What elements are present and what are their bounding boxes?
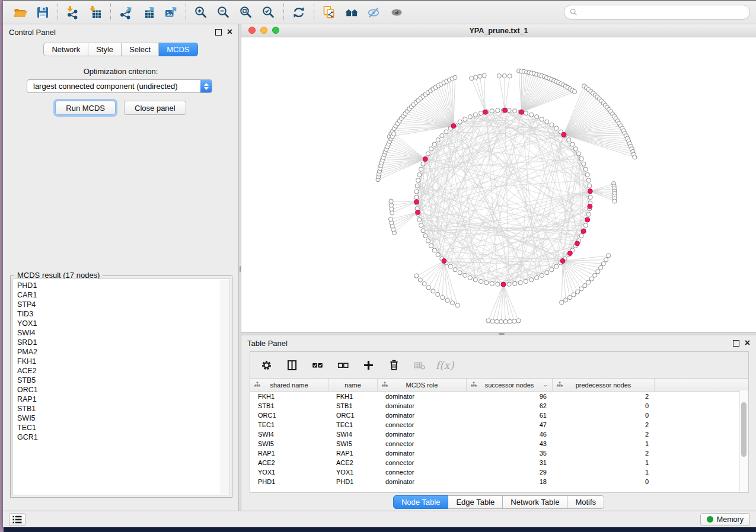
search-box[interactable] (564, 5, 750, 20)
list-item[interactable]: STB1 (17, 404, 229, 414)
table-scrollbar[interactable] (739, 390, 748, 492)
tab-network[interactable]: Network (43, 43, 88, 56)
close-window-icon[interactable] (248, 27, 256, 34)
share-document-button[interactable] (318, 3, 340, 22)
list-item[interactable]: RAP1 (17, 395, 229, 404)
list-item[interactable]: SRD1 (17, 338, 229, 347)
export-table-button[interactable] (137, 3, 160, 22)
import-network-button[interactable] (62, 3, 84, 22)
export-network-button[interactable] (114, 3, 137, 22)
table-cell[interactable]: RAP1 (328, 450, 378, 457)
table-row[interactable]: RAP1RAP1dominator352 (250, 448, 748, 458)
table-row[interactable]: TEC1TEC1connector472 (250, 420, 748, 430)
network-canvas[interactable] (241, 37, 756, 332)
table-cell[interactable]: ORC1 (328, 412, 378, 419)
import-table-button[interactable] (84, 3, 107, 22)
maximize-window-icon[interactable] (272, 27, 279, 34)
criterion-select[interactable]: largest connected component (undirected) (27, 79, 212, 93)
run-mcds-button[interactable]: Run MCDS (55, 101, 116, 115)
list-item[interactable]: YOX1 (17, 319, 229, 328)
list-item[interactable]: GCR1 (17, 432, 229, 442)
table-cell[interactable]: 2 (553, 393, 655, 400)
tab-node-table[interactable]: Node Table (393, 495, 449, 509)
table-cell[interactable]: dominator (378, 431, 467, 438)
network-view-titlebar[interactable]: YPA_prune.txt_1 (241, 24, 756, 37)
table-cell[interactable]: connector (378, 459, 467, 466)
tab-style[interactable]: Style (88, 43, 122, 56)
table-cell[interactable]: 1 (553, 469, 655, 476)
zoom-out-button[interactable] (212, 3, 235, 22)
table-cell[interactable]: 2 (553, 421, 655, 428)
refresh-view-button[interactable] (288, 3, 310, 22)
table-cell[interactable]: 0 (553, 412, 655, 419)
table-cell[interactable]: 96 (467, 393, 553, 400)
table-cell[interactable]: YOX1 (328, 469, 378, 476)
list-item[interactable]: STB5 (17, 376, 229, 385)
zoom-selected-button[interactable] (257, 3, 280, 22)
select-all-button[interactable] (310, 357, 325, 373)
list-item[interactable]: PMA2 (17, 347, 229, 357)
table-cell[interactable]: 1 (553, 459, 655, 466)
table-cell[interactable]: 0 (553, 478, 655, 485)
close-panel-icon[interactable]: × (745, 340, 750, 346)
hide-selected-button[interactable] (363, 3, 385, 22)
delete-column-button[interactable] (386, 357, 401, 373)
show-columns-button[interactable] (284, 357, 299, 373)
table-row[interactable]: ACE2ACE2connector311 (250, 458, 748, 467)
tab-edge-table[interactable]: Edge Table (448, 495, 503, 509)
table-cell[interactable]: FKH1 (250, 393, 328, 400)
table-cell[interactable]: TEC1 (250, 421, 328, 428)
list-item[interactable]: SWI5 (17, 414, 229, 423)
tab-select[interactable]: Select (122, 43, 159, 56)
table-cell[interactable]: SWI4 (328, 431, 378, 438)
table-cell[interactable]: 2 (553, 450, 655, 457)
table-cell[interactable]: 62 (467, 402, 553, 409)
table-row[interactable]: SWI5SWI5connector431 (250, 439, 748, 448)
open-file-button[interactable] (9, 3, 31, 22)
list-item[interactable]: STP4 (17, 300, 229, 309)
table-cell[interactable]: 35 (467, 450, 553, 457)
table-row[interactable]: STB1STB1dominator620 (250, 401, 748, 411)
minimize-window-icon[interactable] (260, 27, 267, 34)
table-cell[interactable]: dominator (378, 412, 467, 419)
table-cell[interactable]: connector (378, 469, 467, 476)
save-session-button[interactable] (31, 3, 54, 22)
table-cell[interactable]: PHD1 (250, 478, 328, 485)
table-cell[interactable]: SWI5 (250, 440, 328, 447)
table-cell[interactable]: ORC1 (250, 412, 328, 419)
table-cell[interactable]: SWI4 (250, 431, 328, 438)
table-cell[interactable]: dominator (378, 450, 467, 457)
table-cell[interactable]: connector (378, 440, 467, 447)
table-cell[interactable]: dominator (378, 478, 467, 485)
list-item[interactable]: ORC1 (17, 385, 229, 395)
table-cell[interactable]: 61 (467, 412, 553, 419)
tab-network-table[interactable]: Network Table (503, 495, 567, 509)
ndex-home-button[interactable] (340, 3, 363, 22)
memory-button[interactable]: Memory (700, 513, 750, 526)
deselect-all-button[interactable] (335, 357, 350, 373)
scrollbar-thumb[interactable] (741, 402, 747, 457)
column-header-shared-name[interactable]: shared name (250, 379, 328, 391)
list-item[interactable]: TID3 (17, 309, 229, 319)
table-row[interactable]: SWI4SWI4dominator462 (250, 430, 748, 439)
table-row[interactable]: PHD1PHD1dominator180 (250, 477, 748, 486)
table-cell[interactable]: dominator (378, 393, 467, 400)
close-panel-icon[interactable]: × (227, 29, 232, 35)
column-header-predecessor-nodes[interactable]: predecessor nodes (553, 379, 655, 391)
list-item[interactable]: PHD1 (17, 281, 229, 290)
table-cell[interactable]: ACE2 (328, 459, 378, 466)
table-cell[interactable]: STB1 (328, 402, 378, 409)
table-cell[interactable]: 31 (467, 459, 553, 466)
tab-mcds[interactable]: MCDS (159, 43, 197, 56)
table-cell[interactable]: RAP1 (250, 450, 328, 457)
list-item[interactable]: SWI4 (17, 328, 229, 338)
table-cell[interactable]: 29 (467, 469, 553, 476)
list-item[interactable]: CAR1 (17, 290, 229, 300)
float-panel-icon[interactable] (215, 29, 222, 36)
table-cell[interactable]: 0 (553, 402, 655, 409)
table-cell[interactable]: 18 (467, 478, 553, 485)
table-cell[interactable]: dominator (378, 402, 467, 409)
table-row[interactable]: ORC1ORC1dominator610 (250, 411, 748, 420)
network-graph-svg[interactable] (241, 37, 756, 332)
table-cell[interactable]: 46 (467, 431, 553, 438)
